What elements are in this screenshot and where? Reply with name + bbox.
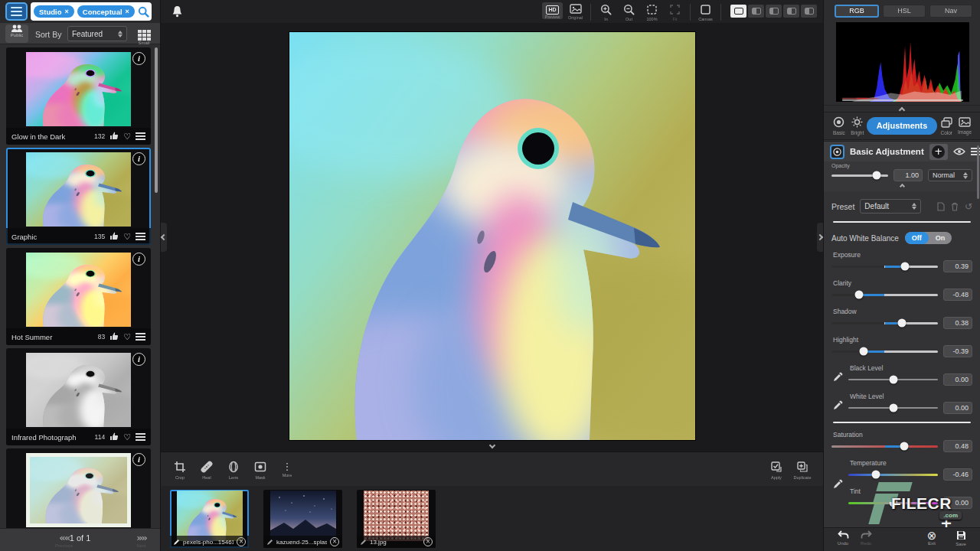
heart-icon[interactable]: ♡ [123,232,131,242]
clarity-slider[interactable] [831,294,938,296]
tab-adjustments-selected[interactable]: Adjustments [867,117,938,135]
preset-list-scrollbar[interactable] [155,47,158,193]
heal-tool-button[interactable]: Heal [195,461,218,480]
preset-card[interactable]: i Glow in the Dark 132 ♡ [6,47,151,145]
zoom-100-button[interactable]: 100% [642,2,662,21]
preset-card-selected[interactable]: i Graphic 135 ♡ [6,148,151,245]
search-icon[interactable] [138,6,149,18]
preset-menu-icon[interactable] [136,132,145,140]
edit-pencil-icon[interactable] [360,539,367,546]
saturation-value[interactable]: 0.48 [943,440,972,452]
saturation-slider[interactable] [831,445,938,448]
tab-image[interactable]: Image [956,117,974,135]
white-level-eyedropper-icon[interactable] [833,400,843,410]
black-level-eyedropper-icon[interactable] [833,372,843,382]
heart-icon[interactable]: ♡ [123,332,131,342]
info-icon[interactable]: i [132,152,145,165]
crop-tool-button[interactable]: Crop [168,461,191,480]
save-preset-icon[interactable] [937,202,945,211]
black-level-slider[interactable] [848,379,938,381]
heart-icon[interactable]: ♡ [123,132,131,142]
lens-tool-button[interactable]: Lens [222,461,245,480]
exposure-value[interactable]: 0.39 [943,260,972,272]
filmstrip-item-selected[interactable]: pexels-pho...154610.jpg × [170,490,249,548]
thumbs-up-icon[interactable] [109,132,119,142]
preset-menu-icon[interactable] [136,433,145,441]
heart-icon[interactable]: ♡ [123,432,131,442]
public-button[interactable]: Public [5,24,28,43]
filmstrip-item[interactable]: 13.jpg × [357,490,436,548]
search-tag[interactable]: Studio× [34,5,74,18]
awb-toggle[interactable]: Off On [905,232,952,244]
temperature-slider[interactable] [848,474,938,476]
pager-next-button[interactable]: »» Next [136,532,146,548]
preview-button[interactable]: HD Preview [542,2,563,19]
white-level-slider[interactable] [848,407,938,409]
duplicate-button[interactable]: Duplicate [791,461,814,480]
single-view-button[interactable] [730,5,746,18]
filmstrip-toggle-chevron[interactable] [479,439,505,451]
collapse-left-panel-handle[interactable] [161,223,167,252]
redo-button[interactable]: Redo [854,530,877,546]
preset-card[interactable]: i Infrared Photograph 114 ♡ [6,348,151,445]
panel-collapse-chevron[interactable] [824,184,980,191]
tab-nav[interactable]: Nav [929,5,972,18]
edit-pencil-icon[interactable] [266,539,273,546]
temperature-value[interactable]: -0.46 [943,468,972,481]
highlight-value[interactable]: -0.39 [943,345,972,357]
tab-rgb[interactable]: RGB [835,5,879,18]
shadow-slider[interactable] [831,322,938,324]
zoom-out-button[interactable]: Out [619,2,639,21]
collapse-right-panel-handle[interactable] [817,223,823,252]
preset-card[interactable]: i [6,448,151,528]
fit-button[interactable]: Fit [665,2,685,21]
tab-basic[interactable]: Basic [830,116,848,135]
thumbs-up-icon[interactable] [109,432,119,442]
tint-slider[interactable] [848,502,938,504]
info-icon[interactable]: i [132,353,145,366]
split-view-button[interactable] [766,5,782,18]
black-level-value[interactable]: 0.00 [943,373,972,386]
clarity-value[interactable]: -0.48 [943,289,972,301]
save-button[interactable]: Save [949,530,972,546]
close-file-icon[interactable]: × [330,537,339,546]
add-adjustment-button[interactable]: + [929,144,948,160]
thumbs-up-icon[interactable] [109,232,119,242]
info-icon[interactable]: i [132,253,145,266]
sort-select[interactable]: Featured [67,26,127,41]
opacity-slider[interactable] [831,174,888,177]
enhance-button[interactable]: + Enhance [931,517,962,527]
tag-close-icon[interactable]: × [65,8,69,15]
tab-bright[interactable]: Bright [848,116,867,135]
panel-scrollbar[interactable] [977,145,979,199]
exposure-slider[interactable] [831,266,938,268]
split-view-button[interactable] [783,5,799,18]
menu-icon[interactable] [5,2,28,21]
notifications-bell-icon[interactable] [172,5,183,18]
visibility-eye-icon[interactable] [953,148,965,155]
original-button[interactable]: Original [565,2,586,20]
search-tag[interactable]: Conceptual× [77,5,135,18]
undo-button[interactable]: Undo [831,530,854,546]
tab-hsl[interactable]: HSL [883,5,926,18]
shadow-value[interactable]: 0.38 [943,317,972,329]
basic-adjustment-header[interactable]: Basic Adjustment + [824,141,980,161]
filmstrip-item[interactable]: kazuend-25...splash.jpg × [263,490,342,548]
blend-mode-select[interactable]: Normal [928,169,972,181]
canvas-viewport[interactable] [161,23,823,452]
tint-value[interactable]: 0.00 [943,497,972,509]
apply-button[interactable]: Apply [765,461,788,480]
delete-preset-icon[interactable] [951,202,959,211]
thumbs-up-icon[interactable] [109,332,119,342]
awb-off[interactable]: Off [905,232,929,244]
preset-card[interactable]: i Hot Summer 83 ♡ [6,248,151,345]
canvas-button[interactable]: Canvas [695,2,716,21]
info-icon[interactable]: i [132,453,145,466]
info-icon[interactable]: i [132,52,145,65]
reset-preset-icon[interactable]: ↺ [965,201,972,212]
canvas-image[interactable] [289,32,695,440]
search-input[interactable]: Studio× Conceptual× [31,2,152,21]
close-file-icon[interactable]: × [423,537,433,546]
preset-select[interactable]: Default [860,199,921,214]
preset-menu-icon[interactable] [136,333,145,341]
